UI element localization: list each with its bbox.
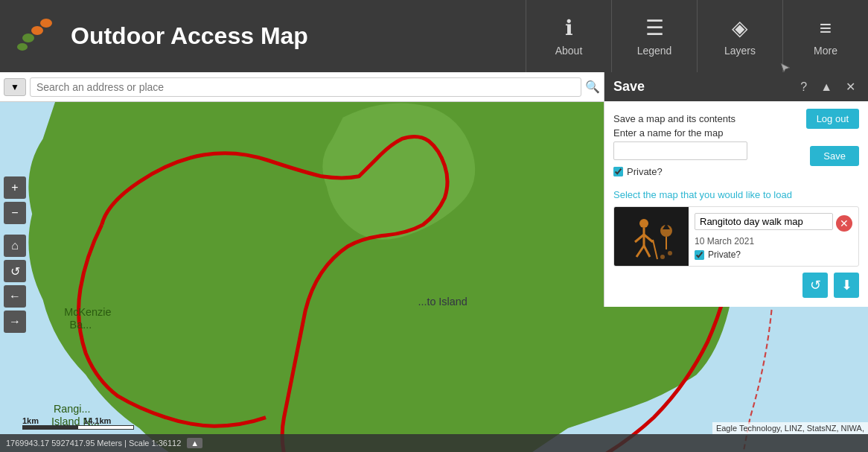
svg-text:Rangi...: Rangi... [54, 403, 91, 415]
svg-point-1 [31, 26, 43, 35]
delete-map-button[interactable]: ✕ [836, 215, 852, 232]
save-name-label: Enter a name for the map [613, 127, 859, 139]
svg-point-0 [40, 19, 52, 28]
private-label: Private? [627, 166, 663, 177]
map-name-input[interactable] [695, 213, 833, 230]
svg-point-2 [22, 34, 34, 42]
nav-items: ℹ About ☰ Legend ◈ Layers ≡ More [526, 0, 868, 72]
legend-icon: ☰ [645, 16, 664, 40]
scale-bar: 1km 14.1km [22, 416, 134, 430]
layers-icon: ◈ [732, 16, 748, 40]
load-section: Select the map that you would like to lo… [613, 189, 859, 298]
save-panel-body: Log out Save a map and its contents Ente… [604, 101, 868, 307]
nav-about-label: About [555, 45, 583, 57]
save-name-input[interactable] [613, 141, 747, 160]
map-action-buttons: ↺ ⬇ [613, 273, 859, 298]
map-item-thumbnail [614, 207, 689, 266]
svg-point-3 [17, 43, 28, 51]
logout-button[interactable]: Log out [806, 109, 859, 129]
more-icon: ≡ [820, 16, 832, 40]
app-title: Outdoor Access Map [71, 22, 308, 50]
load-map-button[interactable]: ↺ [802, 273, 828, 298]
scale-label-1km: 1km [22, 416, 39, 425]
save-panel-help-button[interactable]: ? [797, 79, 811, 95]
svg-rect-17 [622, 209, 681, 264]
svg-text:Ba...: Ba... [70, 319, 92, 331]
left-toolbar: + − ⌂ ↺ ← → [4, 176, 26, 333]
svg-text:McKenzie: McKenzie [64, 306, 111, 318]
search-dropdown-button[interactable]: ▼ [4, 78, 26, 96]
back-button[interactable]: ← [4, 285, 26, 308]
zoom-in-button[interactable]: + [4, 176, 26, 199]
private-checkbox-row: Private? [613, 166, 859, 177]
coordinates-display: 1769943.17 5927417.95 Meters | Scale 1:3… [6, 439, 181, 448]
save-panel: Save ? ▲ ✕ Log out Save a map and its co… [604, 72, 868, 307]
status-bar: 1769943.17 5927417.95 Meters | Scale 1:3… [0, 434, 868, 452]
nav-layers[interactable]: ◈ Layers [697, 0, 782, 72]
map-thumbnail-image [622, 209, 681, 264]
save-panel-title: Save [613, 79, 791, 95]
forward-button[interactable]: → [4, 311, 26, 333]
save-panel-collapse-button[interactable]: ▲ [817, 79, 836, 95]
load-section-title: Select the map that you would like to lo… [613, 189, 859, 200]
nav-legend[interactable]: ☰ Legend [611, 0, 697, 72]
scale-label-14km: 14.1km [83, 416, 111, 425]
save-panel-close-button[interactable]: ✕ [842, 78, 859, 95]
private-checkbox[interactable] [613, 167, 623, 176]
logo-icon [15, 14, 60, 59]
save-panel-header: Save ? ▲ ✕ [604, 72, 868, 101]
map-private-label: Private? [708, 249, 741, 260]
header: Outdoor Access Map ℹ About ☰ Legend ◈ La… [0, 0, 868, 72]
export-map-button[interactable]: ⬇ [834, 273, 859, 298]
nav-legend-label: Legend [637, 45, 672, 57]
attribution: Eagle Technology, LINZ, StatsNZ, NIWA, [712, 422, 868, 434]
about-icon: ℹ [565, 16, 573, 40]
search-button[interactable]: 🔍 [585, 80, 600, 94]
map-date: 10 March 2021 [695, 236, 852, 246]
save-button[interactable]: Save [810, 146, 859, 166]
zoom-out-button[interactable]: − [4, 202, 26, 224]
logo-area: Outdoor Access Map [0, 14, 526, 59]
status-expand-button[interactable]: ▲ [187, 438, 202, 448]
map-item: ✕ 10 March 2021 Private? [613, 206, 859, 267]
nav-layers-label: Layers [724, 45, 756, 57]
svg-point-29 [668, 251, 672, 255]
nav-more[interactable]: ≡ More [782, 0, 868, 72]
search-bar: ▼ 🔍 [0, 72, 604, 102]
search-input[interactable] [30, 77, 581, 97]
rotate-button[interactable]: ↺ [4, 260, 26, 282]
home-button[interactable]: ⌂ [4, 235, 26, 257]
map-private-row: Private? [695, 249, 852, 260]
svg-point-28 [660, 255, 665, 259]
nav-about[interactable]: ℹ About [526, 0, 611, 72]
map-item-details: ✕ 10 March 2021 Private? [689, 207, 858, 266]
svg-text:...to Island: ...to Island [418, 296, 467, 308]
nav-more-label: More [814, 45, 837, 57]
svg-point-18 [639, 219, 648, 228]
map-private-checkbox[interactable] [695, 250, 704, 260]
